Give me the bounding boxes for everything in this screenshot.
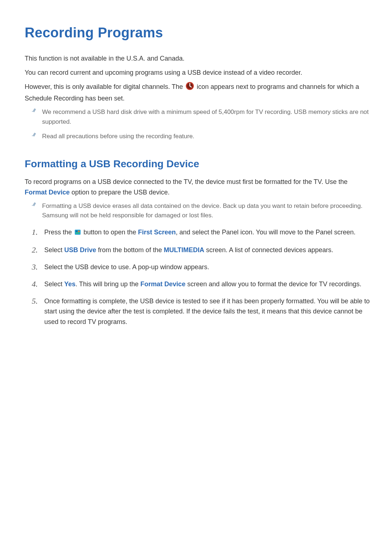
term-usb-drive: USB Drive — [64, 246, 96, 254]
step2-tail: screen. A list of connected devices appe… — [204, 246, 333, 254]
step2-mid: from the bottom of the — [96, 246, 164, 254]
step-body: Select the USB device to use. A pop-up w… — [44, 262, 370, 272]
section-lead: To record programs on a USB device conne… — [25, 177, 370, 198]
note-text: Formatting a USB device erases all data … — [42, 201, 370, 221]
intro-note-item: We recommend a USB hard disk drive with … — [31, 107, 370, 127]
step-item: 1 Press the button to open the First Scr… — [29, 227, 370, 239]
step-item: 3 Select the USB device to use. A pop-up… — [29, 262, 370, 272]
section-notes-list: Formatting a USB device erases all data … — [25, 201, 370, 221]
pencil-icon — [31, 202, 37, 208]
svg-rect-6 — [33, 202, 36, 206]
intro-p3-part-a: However, this is only available for digi… — [25, 83, 185, 90]
intro-paragraph-1: This function is not available in the U.… — [25, 53, 370, 64]
svg-rect-9 — [76, 230, 78, 232]
section-title: Formatting a USB Recording Device — [25, 156, 370, 172]
step-item: 4 Select Yes. This will bring up the For… — [29, 279, 370, 290]
step-number: 1 — [29, 227, 38, 237]
term-multimedia: MULTIMEDIA — [164, 246, 204, 254]
step4-tail: screen and allow you to format the devic… — [185, 280, 362, 288]
pencil-icon — [31, 132, 37, 138]
section-lead-a: To record programs on a USB device conne… — [25, 178, 347, 185]
step-number: 2 — [29, 245, 38, 255]
step-body: Select Yes. This will bring up the Forma… — [44, 279, 370, 290]
document-page: Recording Programs This function is not … — [0, 0, 392, 554]
svg-rect-2 — [33, 108, 36, 112]
intro-paragraph-3: However, this is only available for digi… — [25, 82, 370, 104]
note-text: Read all precautions before using the re… — [42, 132, 195, 141]
step4-mid: . This will bring up the — [75, 280, 140, 288]
intro-note-item: Read all precautions before using the re… — [31, 132, 370, 141]
term-first-screen: First Screen — [138, 229, 176, 236]
note-text: We recommend a USB hard disk drive with … — [42, 107, 370, 127]
step-body: Press the button to open the First Scree… — [44, 227, 370, 239]
step-item: 2 Select USB Drive from the bottom of th… — [29, 245, 370, 255]
step-number: 5 — [29, 296, 38, 306]
intro-paragraph-2: You can record current and upcoming prog… — [25, 67, 370, 78]
step1-pre: Press the — [44, 229, 74, 236]
step1-post-icon: button to open the — [82, 229, 138, 236]
step-body: Select USB Drive from the bottom of the … — [44, 245, 370, 255]
section-lead-b: option to prepare the USB device. — [70, 189, 170, 196]
svg-rect-4 — [33, 132, 36, 136]
smarthub-button-icon — [74, 228, 81, 239]
term-format-device: Format Device — [25, 189, 70, 196]
term-format-device: Format Device — [140, 280, 185, 288]
step4-pre: Select — [44, 280, 64, 288]
record-schedule-icon — [185, 82, 194, 94]
step-body: Once formatting is complete, the USB dev… — [44, 296, 370, 327]
svg-rect-8 — [75, 230, 81, 235]
step2-pre: Select — [44, 246, 64, 254]
step-number: 3 — [29, 262, 38, 272]
step-item: 5 Once formatting is complete, the USB d… — [29, 296, 370, 327]
pencil-icon — [31, 108, 37, 114]
intro-notes-list: We recommend a USB hard disk drive with … — [25, 107, 370, 141]
step1-tail: , and select the Panel icon. You will mo… — [176, 229, 355, 236]
svg-rect-11 — [76, 232, 80, 234]
steps-list: 1 Press the button to open the First Scr… — [25, 227, 370, 328]
section-note-item: Formatting a USB device erases all data … — [31, 201, 370, 221]
svg-rect-10 — [78, 230, 80, 232]
term-yes: Yes — [64, 280, 75, 288]
page-title: Recording Programs — [25, 22, 370, 43]
step-number: 4 — [29, 279, 38, 289]
